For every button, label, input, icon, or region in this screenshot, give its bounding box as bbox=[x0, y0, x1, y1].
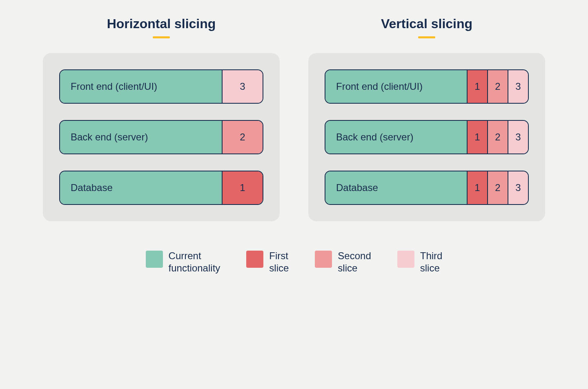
legend-label: Second slice bbox=[338, 250, 371, 274]
legend-label-line: Third bbox=[420, 250, 443, 261]
slice-tag: 2 bbox=[487, 121, 508, 153]
legend: Current functionality First slice Second… bbox=[146, 250, 443, 274]
layer-label: Front end (client/UI) bbox=[60, 70, 222, 103]
slice-tag: 3 bbox=[222, 70, 263, 103]
slice-tag: 2 bbox=[487, 171, 508, 204]
layer-label: Database bbox=[60, 171, 222, 204]
slice-tag: 1 bbox=[222, 171, 263, 204]
legend-label-line: slice bbox=[269, 262, 289, 273]
legend-label-line: Current bbox=[169, 250, 201, 261]
legend-item: Current functionality bbox=[146, 250, 220, 274]
layer-label: Back end (server) bbox=[60, 121, 222, 153]
slice-tag: 1 bbox=[467, 70, 487, 103]
legend-label-line: functionality bbox=[169, 262, 220, 273]
legend-swatch-icon bbox=[397, 251, 414, 268]
panel-horizontal: Front end (client/UI) 3 Back end (server… bbox=[43, 53, 280, 221]
layer-row: Back end (server) 2 bbox=[59, 120, 263, 154]
layer-row: Front end (client/UI) 3 bbox=[59, 69, 263, 104]
slice-tag: 1 bbox=[467, 121, 487, 153]
legend-label-line: slice bbox=[338, 262, 357, 273]
slice-tag: 1 bbox=[467, 171, 487, 204]
layer-row: Database 1 bbox=[59, 171, 263, 205]
slice-tag: 3 bbox=[508, 171, 528, 204]
layer-row: Front end (client/UI) 1 2 3 bbox=[325, 69, 529, 104]
legend-swatch-icon bbox=[315, 251, 332, 268]
column-vertical: Vertical slicing Front end (client/UI) 1… bbox=[308, 16, 545, 221]
legend-swatch-icon bbox=[246, 251, 263, 268]
column-horizontal: Horizontal slicing Front end (client/UI)… bbox=[43, 16, 280, 221]
title-underline-icon bbox=[153, 36, 170, 38]
legend-label: Third slice bbox=[420, 250, 443, 274]
column-title-vertical: Vertical slicing bbox=[308, 16, 545, 31]
legend-label-line: slice bbox=[420, 262, 440, 273]
layer-label: Back end (server) bbox=[325, 121, 467, 153]
legend-item: Third slice bbox=[397, 250, 443, 274]
slice-tag: 2 bbox=[487, 70, 508, 103]
title-underline-icon bbox=[418, 36, 435, 38]
panel-vertical: Front end (client/UI) 1 2 3 Back end (se… bbox=[308, 53, 545, 221]
legend-label-line: Second bbox=[338, 250, 371, 261]
layer-row: Back end (server) 1 2 3 bbox=[325, 120, 529, 154]
legend-label: First slice bbox=[269, 250, 289, 274]
legend-item: Second slice bbox=[315, 250, 371, 274]
legend-label-line: First bbox=[269, 250, 288, 261]
legend-item: First slice bbox=[246, 250, 289, 274]
slice-tag: 2 bbox=[222, 121, 263, 153]
diagram-columns: Horizontal slicing Front end (client/UI)… bbox=[43, 16, 545, 221]
layer-label: Database bbox=[325, 171, 467, 204]
column-title-horizontal: Horizontal slicing bbox=[43, 16, 280, 31]
layer-label: Front end (client/UI) bbox=[325, 70, 467, 103]
legend-label: Current functionality bbox=[169, 250, 220, 274]
legend-swatch-icon bbox=[146, 251, 163, 268]
layer-row: Database 1 2 3 bbox=[325, 171, 529, 205]
slice-tag: 3 bbox=[508, 70, 528, 103]
slice-tag: 3 bbox=[508, 121, 528, 153]
